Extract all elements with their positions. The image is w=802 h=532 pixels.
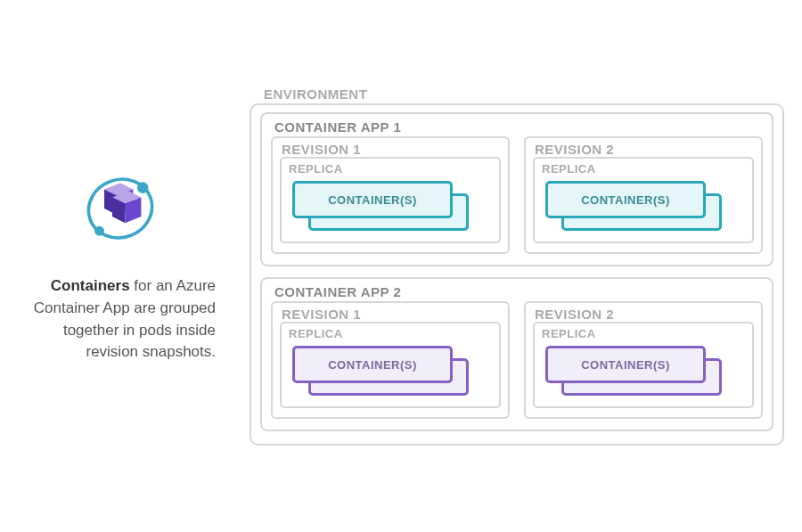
app-title: CONTAINER APP 1 [274,119,763,135]
replica-label: REPLICA [542,327,745,340]
container-app-1: CONTAINER APP 1 REVISION 1 REPLICA CONTA… [260,112,773,266]
revision-row: REVISION 1 REPLICA CONTAINER(S) REVISION… [271,301,763,419]
container-card-front: CONTAINER(S) [545,346,706,383]
replica-box: REPLICA CONTAINER(S) [533,157,754,243]
description-text: Containers for an Azure Container App ar… [18,275,223,364]
app-title: CONTAINER APP 2 [274,284,763,299]
revision-title: REVISION 2 [535,307,754,322]
container-stack: CONTAINER(S) [545,346,741,394]
environment-label: ENVIRONMENT [264,86,784,102]
revision-box: REVISION 1 REPLICA CONTAINER(S) [271,136,510,254]
revision-row: REVISION 1 REPLICA CONTAINER(S) REVISION… [271,136,763,254]
replica-box: REPLICA CONTAINER(S) [533,322,754,408]
revision-box: REVISION 1 REPLICA CONTAINER(S) [271,301,510,419]
replica-label: REPLICA [542,162,745,176]
container-stack: CONTAINER(S) [545,181,741,229]
diagram-column: ENVIRONMENT CONTAINER APP 1 REVISION 1 R… [250,86,784,446]
description-bold: Containers [51,277,130,294]
container-stack: CONTAINER(S) [292,346,488,394]
container-card-front: CONTAINER(S) [292,346,453,383]
container-card-front: CONTAINER(S) [545,181,706,218]
container-card-front: CONTAINER(S) [292,181,453,218]
container-apps-icon [80,168,160,249]
replica-box: REPLICA CONTAINER(S) [280,157,501,243]
svg-point-2 [94,226,104,236]
environment-box: CONTAINER APP 1 REVISION 1 REPLICA CONTA… [250,103,784,446]
svg-point-1 [137,183,149,194]
container-stack: CONTAINER(S) [292,181,488,229]
description-column: Containers for an Azure Container App ar… [18,168,250,364]
revision-box: REVISION 2 REPLICA CONTAINER(S) [524,301,763,419]
revision-title: REVISION 1 [282,307,501,322]
revision-title: REVISION 1 [282,142,501,157]
revision-title: REVISION 2 [535,142,754,157]
container-app-2: CONTAINER APP 2 REVISION 1 REPLICA CONTA… [260,277,773,431]
revision-box: REVISION 2 REPLICA CONTAINER(S) [524,136,763,254]
replica-box: REPLICA CONTAINER(S) [280,322,501,408]
replica-label: REPLICA [289,162,492,176]
replica-label: REPLICA [289,327,492,340]
